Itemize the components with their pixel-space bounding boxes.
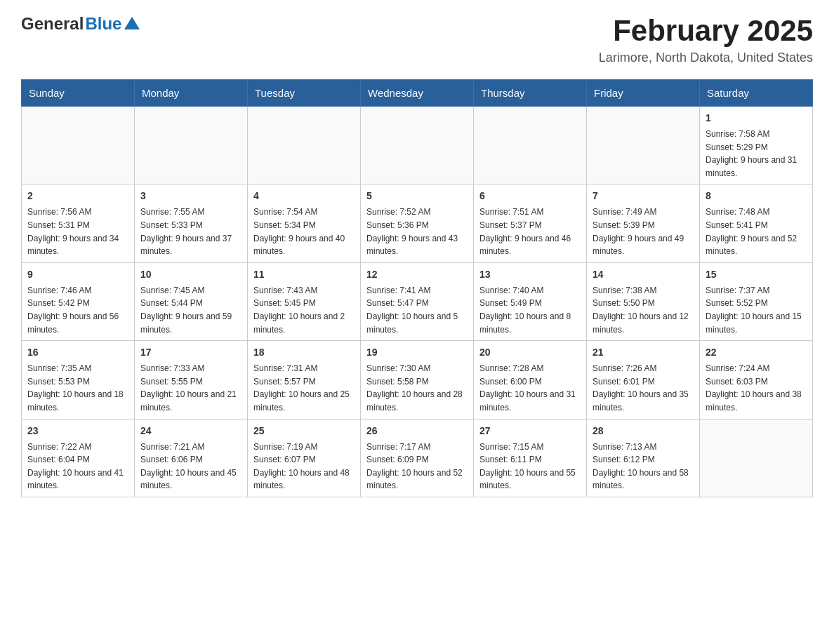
day-info: Sunrise: 7:46 AM Sunset: 5:42 PM Dayligh… [27,284,128,336]
calendar-cell: 14Sunrise: 7:38 AM Sunset: 5:50 PM Dayli… [587,262,700,340]
calendar-cell: 16Sunrise: 7:35 AM Sunset: 5:53 PM Dayli… [22,341,135,419]
day-info: Sunrise: 7:58 AM Sunset: 5:29 PM Dayligh… [706,128,807,180]
day-number: 17 [140,345,241,360]
calendar-cell: 2Sunrise: 7:56 AM Sunset: 5:31 PM Daylig… [22,185,135,262]
calendar-cell: 3Sunrise: 7:55 AM Sunset: 5:33 PM Daylig… [135,185,248,262]
calendar-cell: 11Sunrise: 7:43 AM Sunset: 5:45 PM Dayli… [248,262,361,340]
day-info: Sunrise: 7:49 AM Sunset: 5:39 PM Dayligh… [593,206,694,257]
day-number: 23 [27,424,128,438]
week-row: 23Sunrise: 7:22 AM Sunset: 6:04 PM Dayli… [22,419,813,497]
calendar-cell [135,107,248,185]
day-number: 21 [593,345,694,360]
day-number: 20 [479,345,581,360]
day-info: Sunrise: 7:43 AM Sunset: 5:45 PM Dayligh… [253,284,355,336]
day-info: Sunrise: 7:56 AM Sunset: 5:31 PM Dayligh… [27,206,128,257]
day-of-week-header: Sunday [22,80,135,107]
day-number: 25 [253,424,355,438]
calendar-cell: 19Sunrise: 7:30 AM Sunset: 5:58 PM Dayli… [361,341,474,419]
day-number: 5 [366,189,468,203]
page-header: General Blue February 2025 Larimore, Nor… [21,14,813,65]
day-info: Sunrise: 7:28 AM Sunset: 6:00 PM Dayligh… [479,362,581,414]
logo: General Blue [21,14,140,34]
logo-general-text: General [21,14,84,34]
calendar-cell [587,107,700,185]
day-number: 15 [706,267,807,282]
day-number: 12 [366,267,468,282]
day-number: 24 [140,424,241,438]
calendar-cell [248,107,361,185]
calendar-cell: 22Sunrise: 7:24 AM Sunset: 6:03 PM Dayli… [700,341,813,419]
day-of-week-header: Friday [587,80,700,107]
day-info: Sunrise: 7:37 AM Sunset: 5:52 PM Dayligh… [706,284,807,336]
day-number: 1 [706,111,807,126]
svg-marker-0 [124,17,140,29]
calendar-cell: 12Sunrise: 7:41 AM Sunset: 5:47 PM Dayli… [361,262,474,340]
page-title: February 2025 [599,14,813,48]
day-number: 26 [366,424,468,438]
day-number: 18 [253,345,355,360]
day-number: 22 [706,345,807,360]
day-info: Sunrise: 7:30 AM Sunset: 5:58 PM Dayligh… [366,362,468,414]
calendar-cell [361,107,474,185]
calendar-cell: 23Sunrise: 7:22 AM Sunset: 6:04 PM Dayli… [22,419,135,497]
day-number: 10 [140,267,241,282]
day-number: 2 [27,189,128,203]
week-row: 1Sunrise: 7:58 AM Sunset: 5:29 PM Daylig… [22,107,813,185]
day-of-week-header: Thursday [474,80,587,107]
calendar-cell: 15Sunrise: 7:37 AM Sunset: 5:52 PM Dayli… [700,262,813,340]
calendar-cell: 1Sunrise: 7:58 AM Sunset: 5:29 PM Daylig… [700,107,813,185]
calendar-cell: 21Sunrise: 7:26 AM Sunset: 6:01 PM Dayli… [587,341,700,419]
page-subtitle: Larimore, North Dakota, United States [599,51,813,65]
day-number: 3 [140,189,241,203]
calendar-cell [22,107,135,185]
calendar-cell: 27Sunrise: 7:15 AM Sunset: 6:11 PM Dayli… [474,419,587,497]
logo-triangle-icon [124,17,140,32]
day-number: 14 [593,267,694,282]
day-info: Sunrise: 7:41 AM Sunset: 5:47 PM Dayligh… [366,284,468,336]
day-number: 28 [593,424,694,438]
calendar-cell: 20Sunrise: 7:28 AM Sunset: 6:00 PM Dayli… [474,341,587,419]
calendar-body: 1Sunrise: 7:58 AM Sunset: 5:29 PM Daylig… [22,107,813,497]
day-info: Sunrise: 7:31 AM Sunset: 5:57 PM Dayligh… [253,362,355,414]
day-info: Sunrise: 7:54 AM Sunset: 5:34 PM Dayligh… [253,206,355,257]
calendar-cell: 13Sunrise: 7:40 AM Sunset: 5:49 PM Dayli… [474,262,587,340]
day-info: Sunrise: 7:52 AM Sunset: 5:36 PM Dayligh… [366,206,468,257]
calendar-table: SundayMondayTuesdayWednesdayThursdayFrid… [21,79,813,497]
day-of-week-header: Tuesday [248,80,361,107]
day-number: 27 [479,424,581,438]
calendar-cell: 17Sunrise: 7:33 AM Sunset: 5:55 PM Dayli… [135,341,248,419]
day-number: 4 [253,189,355,203]
week-row: 16Sunrise: 7:35 AM Sunset: 5:53 PM Dayli… [22,341,813,419]
week-row: 9Sunrise: 7:46 AM Sunset: 5:42 PM Daylig… [22,262,813,340]
day-info: Sunrise: 7:48 AM Sunset: 5:41 PM Dayligh… [706,206,807,257]
calendar-cell: 10Sunrise: 7:45 AM Sunset: 5:44 PM Dayli… [135,262,248,340]
day-of-week-header: Saturday [700,80,813,107]
calendar-cell: 8Sunrise: 7:48 AM Sunset: 5:41 PM Daylig… [700,185,813,262]
week-row: 2Sunrise: 7:56 AM Sunset: 5:31 PM Daylig… [22,185,813,262]
logo-blue-text: Blue [85,14,121,34]
day-of-week-header: Monday [135,80,248,107]
day-number: 9 [27,267,128,282]
day-number: 13 [479,267,581,282]
calendar-cell: 26Sunrise: 7:17 AM Sunset: 6:09 PM Dayli… [361,419,474,497]
title-section: February 2025 Larimore, North Dakota, Un… [599,14,813,65]
day-info: Sunrise: 7:35 AM Sunset: 5:53 PM Dayligh… [27,362,128,414]
calendar-cell: 6Sunrise: 7:51 AM Sunset: 5:37 PM Daylig… [474,185,587,262]
day-info: Sunrise: 7:19 AM Sunset: 6:07 PM Dayligh… [253,441,355,492]
day-of-week-header: Wednesday [361,80,474,107]
day-info: Sunrise: 7:55 AM Sunset: 5:33 PM Dayligh… [140,206,241,257]
day-number: 16 [27,345,128,360]
calendar-cell: 9Sunrise: 7:46 AM Sunset: 5:42 PM Daylig… [22,262,135,340]
calendar-header: SundayMondayTuesdayWednesdayThursdayFrid… [22,80,813,107]
day-number: 11 [253,267,355,282]
day-number: 7 [593,189,694,203]
day-number: 6 [479,189,581,203]
day-info: Sunrise: 7:45 AM Sunset: 5:44 PM Dayligh… [140,284,241,336]
day-info: Sunrise: 7:40 AM Sunset: 5:49 PM Dayligh… [479,284,581,336]
day-info: Sunrise: 7:21 AM Sunset: 6:06 PM Dayligh… [140,441,241,492]
day-info: Sunrise: 7:17 AM Sunset: 6:09 PM Dayligh… [366,441,468,492]
calendar-cell: 7Sunrise: 7:49 AM Sunset: 5:39 PM Daylig… [587,185,700,262]
calendar-cell: 24Sunrise: 7:21 AM Sunset: 6:06 PM Dayli… [135,419,248,497]
day-info: Sunrise: 7:22 AM Sunset: 6:04 PM Dayligh… [27,441,128,492]
day-number: 19 [366,345,468,360]
